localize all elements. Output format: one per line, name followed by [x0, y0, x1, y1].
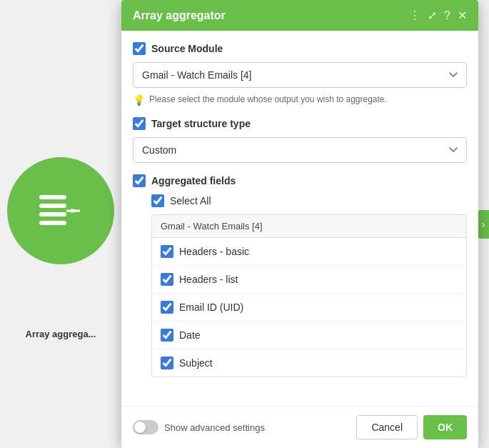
- svg-rect-0: [39, 195, 66, 199]
- field-checkbox[interactable]: [161, 357, 173, 369]
- help-icon[interactable]: ?: [444, 9, 450, 22]
- footer-buttons: Cancel OK: [356, 415, 467, 439]
- select-all-label: Select All: [170, 195, 211, 206]
- field-label: Headers - list: [179, 274, 238, 285]
- node-icon: [7, 157, 114, 264]
- source-module-checkbox[interactable]: [133, 42, 146, 55]
- cancel-button[interactable]: Cancel: [356, 415, 418, 439]
- source-module-hint: 💡 Please select the module whose output …: [133, 94, 467, 106]
- node-label: Array aggrega...: [0, 329, 121, 339]
- fields-group-label: Gmail - Watch Emails [4]: [161, 221, 263, 232]
- svg-rect-3: [39, 221, 66, 225]
- toggle-knob: [134, 422, 146, 433]
- field-row: Date: [152, 322, 466, 349]
- array-aggregator-icon: [36, 189, 86, 232]
- menu-icon[interactable]: ⋮: [409, 9, 420, 22]
- modal-title: Array aggregator: [133, 9, 226, 22]
- source-module-header: Source Module: [133, 42, 467, 55]
- modal-body: Source Module Gmail - Watch Emails [4] 💡…: [121, 31, 478, 406]
- fields-table: Gmail - Watch Emails [4] Headers - basic…: [151, 214, 467, 377]
- aggregated-fields-checkbox[interactable]: [133, 174, 146, 187]
- field-label: Date: [179, 329, 201, 341]
- modal-header-actions: ⋮ ⤢ ? ✕: [409, 9, 467, 22]
- advanced-settings-label: Show advanced settings: [164, 422, 265, 433]
- select-all-checkbox[interactable]: [151, 194, 164, 207]
- field-row: Headers - list: [152, 266, 466, 294]
- hint-text: Please select the module whose output yo…: [149, 94, 387, 106]
- fields-table-header: Gmail - Watch Emails [4]: [152, 215, 466, 238]
- target-structure-label: Target structure type: [151, 118, 251, 129]
- aggregated-fields-header: Aggregated fields: [133, 174, 467, 187]
- field-checkbox[interactable]: [161, 301, 173, 314]
- expand-icon[interactable]: ⤢: [428, 9, 437, 22]
- field-label: Subject: [179, 357, 213, 369]
- target-structure-section: Target structure type Custom: [133, 117, 467, 163]
- advanced-settings-toggle[interactable]: [133, 420, 158, 434]
- target-structure-dropdown[interactable]: Custom: [133, 137, 467, 163]
- hint-icon: 💡: [133, 94, 145, 106]
- advanced-settings: Show advanced settings: [133, 420, 265, 434]
- aggregated-fields-label: Aggregated fields: [151, 175, 236, 186]
- field-label: Email ID (UID): [179, 302, 243, 313]
- close-icon[interactable]: ✕: [458, 9, 467, 22]
- ok-button[interactable]: OK: [423, 415, 467, 439]
- field-row: Subject: [152, 349, 466, 377]
- source-module-label: Source Module: [151, 43, 223, 54]
- modal-dialog: Array aggregator ⋮ ⤢ ? ✕ Source Module G…: [121, 0, 478, 448]
- field-checkbox[interactable]: [161, 273, 173, 286]
- field-label: Headers - basic: [179, 246, 249, 257]
- fields-scroll[interactable]: Headers - basicHeaders - listEmail ID (U…: [152, 238, 466, 377]
- field-checkbox[interactable]: [161, 245, 173, 258]
- modal-footer: Show advanced settings Cancel OK: [121, 406, 478, 448]
- svg-rect-1: [39, 204, 66, 208]
- source-module-section: Source Module Gmail - Watch Emails [4] 💡…: [133, 42, 467, 106]
- source-module-dropdown[interactable]: Gmail - Watch Emails [4]: [133, 62, 467, 88]
- field-checkbox[interactable]: [161, 329, 173, 342]
- target-structure-checkbox[interactable]: [133, 117, 146, 130]
- source-module-dropdown-container: Gmail - Watch Emails [4]: [133, 62, 467, 88]
- edge-expand-button[interactable]: [478, 210, 489, 239]
- modal-header: Array aggregator ⋮ ⤢ ? ✕: [121, 0, 478, 31]
- svg-rect-2: [39, 212, 66, 216]
- aggregated-fields-section: Aggregated fields Select All Gmail - Wat…: [133, 174, 467, 377]
- select-all-row: Select All: [151, 194, 467, 207]
- field-row: Headers - basic: [152, 238, 466, 266]
- field-row: Email ID (UID): [152, 294, 466, 322]
- target-structure-dropdown-container: Custom: [133, 137, 467, 163]
- target-structure-header: Target structure type: [133, 117, 467, 130]
